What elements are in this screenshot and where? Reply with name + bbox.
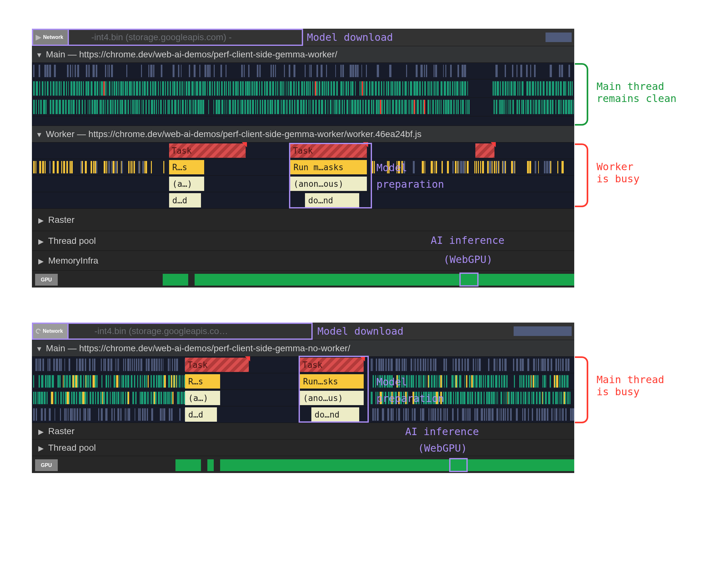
bars — [32, 79, 574, 98]
bars — [32, 63, 574, 79]
annotation-webgpu: (WebGPU) — [443, 254, 493, 266]
section-raster[interactable]: Raster AI inference — [32, 423, 574, 439]
slab-anon[interactable]: (anon…ous) — [290, 177, 367, 191]
gpu-row[interactable]: GPU — [32, 270, 574, 287]
gpu-row[interactable]: GPU — [32, 456, 574, 473]
slab-a[interactable]: (a…) — [169, 177, 204, 191]
network-row: Network -int4.bin (storage.googleapis.co… — [32, 29, 574, 46]
task-block[interactable]: Task — [185, 358, 249, 372]
network-section-toggle[interactable]: Network — [32, 322, 69, 340]
perf-panel-no-worker: Network -int4.bin (storage.googleapis.co… — [32, 322, 574, 473]
slab-runmasks[interactable]: Run m…asks — [290, 160, 367, 174]
annotation-model-download: Model download — [317, 325, 404, 337]
net-tail-block — [514, 326, 572, 336]
slab-anous[interactable]: (ano…us) — [300, 391, 364, 405]
main-header-label: Main — https://chrome.dev/web-ai-demos/p… — [46, 343, 350, 353]
brace-icon — [575, 63, 588, 126]
annotation-main-clean: remains clean — [597, 92, 676, 105]
worker-thread-header[interactable]: Worker — https://chrome.dev/web-ai-demos… — [32, 126, 574, 142]
network-section-toggle[interactable]: Network — [32, 29, 69, 46]
slab-rs[interactable]: R…s — [169, 160, 204, 174]
main-header-label: Main — https://chrome.dev/web-ai-demos/p… — [46, 49, 337, 60]
main-thread-header[interactable]: Main — https://chrome.dev/web-ai-demos/p… — [32, 340, 574, 356]
slab-runsks[interactable]: Run…sks — [300, 374, 364, 388]
task-block[interactable] — [475, 144, 494, 158]
annotation-main-clean: Main thread — [597, 80, 664, 92]
task-block[interactable]: Task — [300, 358, 364, 372]
annotation-webgpu: (WebGPU) — [418, 442, 467, 454]
slab-dond[interactable]: do…nd — [305, 193, 359, 208]
bars — [32, 98, 574, 116]
section-label: Thread pool — [48, 443, 96, 453]
annotation-model-download: Model download — [307, 31, 393, 43]
task-block[interactable]: Task — [290, 144, 367, 158]
gpu-lane — [77, 274, 574, 285]
annotation-main-busy: Main thread — [597, 373, 664, 386]
worker-lane-tasks[interactable]: Task Task — [32, 142, 574, 159]
slab-a[interactable]: (a…) — [185, 391, 220, 405]
worker-lane[interactable]: R…s Run m…asks Model — [32, 159, 574, 175]
main-lane[interactable] — [32, 98, 574, 116]
main-lane[interactable]: R…s Run…sks Model — [32, 373, 574, 389]
collapse-icon — [36, 343, 43, 353]
brace-icon — [575, 356, 588, 423]
slab-dond[interactable]: do…nd — [311, 407, 359, 422]
annotation-worker-busy: is busy — [597, 173, 640, 185]
section-threadpool[interactable]: Thread pool (WebGPU) — [32, 439, 574, 456]
network-label: Network — [43, 328, 63, 334]
main-thread-header[interactable]: Main — https://chrome.dev/web-ai-demos/p… — [32, 46, 574, 63]
worker-lane[interactable]: d…d do…nd — [32, 192, 574, 209]
collapse-icon — [36, 129, 43, 139]
network-file: -int4.bin (storage.googleapis.co… — [93, 322, 230, 340]
expand-icon — [38, 236, 44, 246]
main-lane[interactable]: (a…) (ano…us) preparation — [32, 389, 574, 406]
main-lane[interactable] — [32, 116, 574, 126]
net-tail-block — [546, 33, 572, 42]
slab-dd[interactable]: d…d — [185, 407, 217, 422]
annotation-ai-inference: AI inference — [405, 425, 479, 438]
collapse-icon — [36, 49, 43, 60]
annotation-model-prep: Model — [376, 376, 407, 388]
section-label: MemoryInfra — [48, 256, 98, 266]
section-threadpool[interactable]: Thread pool AI inference — [32, 231, 574, 251]
main-lane[interactable] — [32, 79, 574, 98]
expand-icon — [38, 443, 44, 453]
annotation-model-prep: preparation — [376, 178, 444, 190]
brace-icon — [575, 144, 588, 207]
section-memoryinfra[interactable]: MemoryInfra (WebGPU) — [32, 251, 574, 270]
annotation-model-prep: Model — [376, 162, 407, 174]
section-label: Raster — [48, 426, 74, 436]
section-label: Raster — [48, 215, 74, 225]
expand-icon — [38, 426, 44, 436]
annotation-model-prep: preparation — [376, 392, 444, 404]
worker-header-label: Worker — https://chrome.dev/web-ai-demos… — [46, 129, 421, 139]
perf-panel-worker: Network -int4.bin (storage.googleapis.co… — [32, 29, 574, 287]
section-raster[interactable]: Raster — [32, 209, 574, 231]
task-block[interactable]: Task — [169, 144, 246, 158]
network-row: Network -int4.bin (storage.googleapis.co… — [32, 322, 574, 340]
main-lane[interactable]: d…d do…nd — [32, 406, 574, 423]
expand-icon — [38, 215, 44, 225]
gpu-label: GPU — [35, 459, 58, 471]
gpu-lane — [77, 459, 574, 471]
expand-icon — [36, 33, 41, 41]
slab-dd[interactable]: d…d — [169, 193, 201, 208]
main-lane-task[interactable]: Task Task — [32, 356, 574, 373]
main-lane[interactable] — [32, 63, 574, 79]
slab-rs[interactable]: R…s — [185, 374, 220, 388]
annotation-worker-busy: Worker — [597, 161, 634, 173]
network-label: Network — [43, 34, 63, 40]
bars — [32, 406, 574, 423]
section-label: Thread pool — [48, 236, 96, 246]
gpu-label: GPU — [35, 274, 58, 285]
expand-icon — [38, 256, 44, 266]
spinner-icon — [35, 328, 42, 335]
annotation-main-busy: is busy — [597, 386, 640, 398]
network-file: -int4.bin (storage.googleapis.com) - — [89, 29, 234, 46]
worker-lane[interactable]: (a…) (anon…ous) preparation — [32, 175, 574, 192]
annotation-ai-inference: AI inference — [431, 234, 504, 247]
